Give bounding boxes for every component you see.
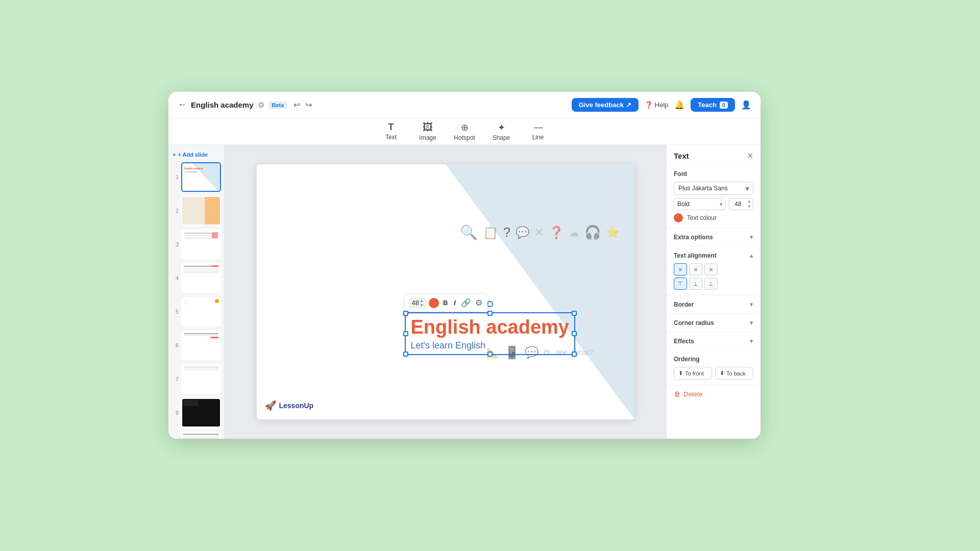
slide-preview-3[interactable] bbox=[181, 230, 221, 259]
slide-thumb-3[interactable]: 3 bbox=[168, 228, 224, 261]
font-size-down-arrow[interactable]: ▼ bbox=[420, 303, 424, 308]
handle-mr[interactable] bbox=[572, 331, 577, 336]
toolbar-item-hotspot[interactable]: ⊕ Hotspot bbox=[453, 122, 476, 141]
valign-middle-button[interactable]: ⊥ bbox=[689, 278, 702, 290]
to-back-button[interactable]: ⬇ To back bbox=[715, 367, 753, 380]
size-down-arrow[interactable]: ▼ bbox=[747, 204, 751, 209]
align-center-button[interactable]: ≡ bbox=[689, 263, 702, 276]
slide-preview-9[interactable] bbox=[181, 432, 221, 439]
give-feedback-button[interactable]: Give feedback ↗ bbox=[572, 98, 639, 112]
font-family-select[interactable]: Plus Jakarta Sans bbox=[674, 182, 753, 195]
handle-tl[interactable] bbox=[403, 311, 408, 316]
slide-num-2: 2 bbox=[172, 208, 179, 214]
teach-button[interactable]: Teach 0 bbox=[691, 98, 735, 112]
toolbar-item-text[interactable]: T Text bbox=[380, 122, 402, 141]
delete-section: 🗑 Delete bbox=[667, 385, 761, 403]
text-color-picker[interactable] bbox=[429, 298, 439, 308]
handle-bm[interactable] bbox=[487, 352, 493, 357]
to-front-icon: ⬆ bbox=[678, 370, 683, 377]
extra-options-section[interactable]: Extra options ▾ bbox=[667, 228, 761, 246]
redo-button[interactable]: ↪ bbox=[303, 98, 314, 112]
valign-bottom-button[interactable]: ⊥ bbox=[704, 278, 718, 290]
toolbar-item-line[interactable]: — Line bbox=[527, 122, 549, 141]
bold-button[interactable]: B bbox=[441, 298, 450, 308]
globe-icon[interactable]: 🔔 bbox=[674, 100, 684, 110]
slide-thumb-6[interactable]: 6 bbox=[168, 329, 224, 362]
text-alignment-section: Text alignment ▴ ≡ ≡ ≡ ⊤ ⊥ ⊥ bbox=[667, 246, 761, 295]
slide-preview-2[interactable] bbox=[181, 196, 221, 226]
help-button[interactable]: ❓ Help bbox=[645, 101, 669, 109]
font-size-control[interactable]: 48 ▲ ▼ bbox=[409, 297, 427, 309]
toolbar-line-label: Line bbox=[532, 134, 544, 141]
toolbar-text-label: Text bbox=[385, 134, 397, 141]
corner-radius-chevron-icon: ▾ bbox=[750, 319, 753, 327]
handle-tr[interactable] bbox=[572, 311, 577, 316]
valign-top-button[interactable]: ⊤ bbox=[674, 278, 687, 290]
toolbar-item-shape[interactable]: ✦ Shape bbox=[490, 122, 512, 141]
vertical-align-buttons: ⊤ ⊥ ⊥ bbox=[674, 278, 753, 290]
header: ← English academy ⚙ Beta ↩ ↪ Give feedba… bbox=[168, 92, 761, 118]
corner-radius-title: Corner radius bbox=[674, 319, 714, 327]
canvas-area: 🔍 📋 ? 💬 ✕ ❓ ☁ 🎧 ⭐ 📐 📱 💬 is are What? bbox=[225, 145, 666, 439]
gear-icon[interactable]: ⚙ bbox=[258, 101, 264, 110]
main-area: + + Add slide 1 English academy Let's le… bbox=[168, 145, 761, 439]
to-front-button[interactable]: ⬆ To front bbox=[674, 367, 712, 380]
slide-thumb-8[interactable]: 8 bbox=[168, 396, 224, 430]
font-size-wrapper[interactable]: ▲ ▼ bbox=[729, 198, 753, 210]
toolbar-item-image[interactable]: 🖼 Image bbox=[416, 121, 439, 141]
text-element[interactable]: English academy Let's learn English bbox=[405, 312, 575, 355]
to-back-icon: ⬇ bbox=[720, 370, 724, 377]
shape-icon: ✦ bbox=[498, 122, 505, 133]
slide-preview-8[interactable] bbox=[181, 398, 221, 428]
avatar-icon[interactable]: 👤 bbox=[741, 100, 751, 110]
undo-button[interactable]: ↩ bbox=[291, 98, 302, 112]
slide-thumb-9[interactable]: 9 bbox=[168, 430, 224, 439]
horizontal-align-buttons: ≡ ≡ ≡ bbox=[674, 263, 753, 276]
slide-thumb-5[interactable]: 5 _____ _____ bbox=[168, 295, 224, 329]
handle-tm[interactable] bbox=[487, 311, 493, 316]
teach-label: Teach bbox=[698, 101, 717, 109]
header-right: Give feedback ↗ ❓ Help 🔔 Teach 0 👤 bbox=[464, 98, 751, 112]
font-size-up-arrow[interactable]: ▲ bbox=[420, 298, 424, 303]
rotate-handle[interactable] bbox=[487, 301, 493, 307]
delete-label: Delete bbox=[683, 390, 703, 398]
more-options-icon[interactable]: ⚙ bbox=[474, 297, 483, 309]
align-right-button[interactable]: ≡ bbox=[704, 263, 718, 276]
slide-preview-4[interactable] bbox=[181, 263, 221, 293]
handle-bl[interactable] bbox=[403, 352, 408, 357]
slide-thumb-7[interactable]: 7 bbox=[168, 362, 224, 396]
link-icon[interactable]: 🔗 bbox=[460, 297, 472, 309]
delete-button[interactable]: 🗑 Delete bbox=[674, 390, 703, 398]
slide-thumb-1[interactable]: 1 English academy Let's learn English bbox=[168, 160, 224, 194]
back-arrow-icon[interactable]: ← bbox=[178, 99, 187, 110]
handle-ml[interactable] bbox=[403, 331, 408, 336]
add-slide-button[interactable]: + + Add slide bbox=[168, 149, 224, 160]
slide-preview-7[interactable] bbox=[181, 364, 221, 394]
ordering-section: Ordering ⬆ To front ⬇ To back bbox=[667, 350, 761, 385]
size-up-arrow[interactable]: ▲ bbox=[747, 199, 751, 204]
font-family-select-wrapper[interactable]: Plus Jakarta Sans bbox=[674, 182, 753, 195]
add-slide-plus-icon: + bbox=[173, 152, 176, 158]
font-style-select-wrapper[interactable]: Bold Regular Italic bbox=[674, 198, 726, 210]
delete-icon: 🗑 bbox=[674, 390, 680, 398]
border-section[interactable]: Border ▾ bbox=[667, 295, 761, 314]
slide-preview-1[interactable]: English academy Let's learn English bbox=[181, 162, 221, 192]
handle-br[interactable] bbox=[572, 352, 577, 357]
slide-thumb-2[interactable]: 2 bbox=[168, 194, 224, 228]
toolbar-image-label: Image bbox=[419, 134, 436, 141]
corner-radius-section[interactable]: Corner radius ▾ bbox=[667, 314, 761, 332]
italic-button[interactable]: I bbox=[452, 298, 458, 308]
align-left-button[interactable]: ≡ bbox=[674, 263, 687, 276]
beta-badge: Beta bbox=[268, 101, 288, 109]
panel-close-button[interactable]: ✕ bbox=[747, 151, 753, 161]
ordering-buttons: ⬆ To front ⬇ To back bbox=[674, 367, 753, 380]
slide-preview-5[interactable]: _____ _____ bbox=[181, 297, 221, 327]
line-icon: — bbox=[534, 122, 542, 133]
slide-preview-6[interactable] bbox=[181, 331, 221, 360]
text-color-dot[interactable] bbox=[674, 213, 683, 222]
effects-section[interactable]: Effects ▾ bbox=[667, 332, 761, 350]
slide-thumb-4[interactable]: 4 bbox=[168, 261, 224, 295]
teach-badge: 0 bbox=[720, 102, 728, 109]
toolbar-shape-label: Shape bbox=[493, 134, 510, 141]
font-style-select[interactable]: Bold Regular Italic bbox=[674, 198, 726, 210]
